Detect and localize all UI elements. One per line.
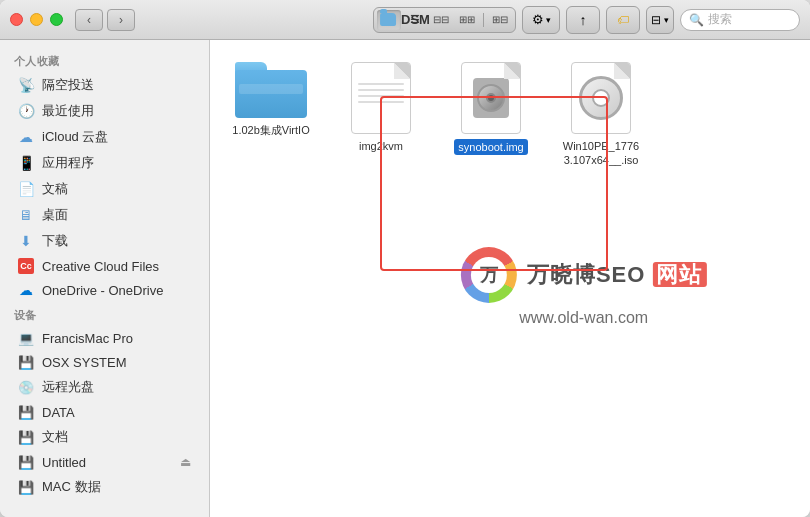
icloud-icon: ☁ (18, 129, 34, 145)
devices-label: 设备 (0, 302, 209, 326)
folder-icon (235, 62, 307, 118)
cc-icon: Cc (18, 258, 34, 274)
view-sep (483, 13, 484, 27)
main-content: 个人收藏 📡 隔空投送 🕐 最近使用 ☁ iCloud 云盘 📱 应用程序 📄 … (0, 40, 810, 517)
close-button[interactable] (10, 13, 23, 26)
recent-icon: 🕐 (18, 103, 34, 119)
mac-icon: 💻 (18, 330, 34, 346)
view-mode-icon: ⊟ (651, 13, 661, 27)
forward-button[interactable]: › (107, 9, 135, 31)
finder-window: ‹ › DSM ⊞ ☰ ⊟⊟ ⊞⊞ ⊞⊟ ⚙ ▾ ↑ (0, 0, 810, 517)
maximize-button[interactable] (50, 13, 63, 26)
file-item-synoboot[interactable]: synoboot.img (446, 56, 536, 161)
synoboot-disk-inner (486, 93, 496, 103)
sidebar-item-remote[interactable]: 💿 远程光盘 (4, 374, 205, 400)
folder-shine (239, 84, 303, 94)
favorites-label: 个人收藏 (0, 48, 209, 72)
search-placeholder: 搜索 (708, 11, 732, 28)
sidebar-item-label: 应用程序 (42, 154, 94, 172)
downloads-icon: ⬇ (18, 233, 34, 249)
gear-icon: ⚙ (532, 12, 544, 27)
window-title: DSM (380, 12, 430, 27)
sidebar-item-onedrive[interactable]: ☁ OneDrive - OneDrive (4, 278, 205, 302)
file-item-img2kvm[interactable]: img2kvm (336, 56, 426, 159)
sidebar-item-label: 远程光盘 (42, 378, 94, 396)
sidebar-item-label: FrancisMac Pro (42, 331, 133, 346)
osx-icon: 💾 (18, 354, 34, 370)
sidebar-item-label: OSX SYSTEM (42, 355, 127, 370)
wm-title: 万晓博SEO (527, 262, 645, 287)
chevron-down-icon: ▾ (546, 15, 551, 25)
sidebar-item-francismac[interactable]: 💻 FrancisMac Pro (4, 326, 205, 350)
sidebar-item-recent[interactable]: 🕐 最近使用 (4, 98, 205, 124)
tag-button[interactable]: 🏷 (606, 6, 640, 34)
doc-body (351, 62, 411, 134)
view-column-btn[interactable]: ⊟⊟ (429, 10, 453, 30)
apps-icon: 📱 (18, 155, 34, 171)
chevron-view-icon: ▾ (664, 15, 669, 25)
share-icon: ↑ (580, 12, 587, 28)
sidebar-item-label: 隔空投送 (42, 76, 94, 94)
file-item-folder1[interactable]: 1.02b集成VirtIO (226, 56, 316, 143)
wm-main-text: 万晓博SEO 网站 (527, 260, 707, 290)
sidebar-item-macdata[interactable]: 💾 MAC 数据 (4, 474, 205, 500)
doc-line (358, 83, 404, 85)
synoboot-inner (473, 78, 509, 118)
toolbar: ⊞ ☰ ⊟⊟ ⊞⊞ ⊞⊟ ⚙ ▾ ↑ 🏷 ⊟ ▾ 🔍 (373, 6, 800, 34)
doc-icon (351, 62, 411, 134)
sidebar-item-airdrop[interactable]: 📡 隔空投送 (4, 72, 205, 98)
synoboot-body (461, 62, 521, 134)
sidebar-item-cc[interactable]: Cc Creative Cloud Files (4, 254, 205, 278)
sidebar-item-label: 文稿 (42, 180, 68, 198)
sidebar-item-untitled[interactable]: 💾 Untitled ⏏ (4, 450, 205, 474)
sidebar-item-label: 最近使用 (42, 102, 94, 120)
watermark: 万 万晓博SEO 网站 www.old-wan.com (461, 247, 707, 327)
file-label: img2kvm (359, 139, 403, 153)
sidebar-item-label: Untitled (42, 455, 86, 470)
macdata-icon: 💾 (18, 479, 34, 495)
back-button[interactable]: ‹ (75, 9, 103, 31)
sidebar-item-downloads[interactable]: ⬇ 下载 (4, 228, 205, 254)
doc-lines (358, 83, 404, 107)
sidebar-item-label: iCloud 云盘 (42, 128, 108, 146)
view-extra-btn[interactable]: ⊞⊟ (488, 10, 512, 30)
minimize-button[interactable] (30, 13, 43, 26)
view-right-control[interactable]: ⊟ ▾ (646, 6, 674, 34)
action-button[interactable]: ⚙ ▾ (522, 6, 560, 34)
untitled-icon: 💾 (18, 454, 34, 470)
desktop-icon: 🖥 (18, 207, 34, 223)
iso-icon (571, 62, 631, 134)
sidebar-item-docs[interactable]: 📄 文稿 (4, 176, 205, 202)
file-icon: 💾 (18, 429, 34, 445)
title-folder-icon (380, 13, 396, 26)
file-label-selected: synoboot.img (454, 139, 527, 155)
file-item-win10pe[interactable]: Win10PE_17763.107x64__.iso (556, 56, 646, 174)
wm-circle-inner: 万 (471, 257, 507, 293)
sidebar-item-label: 文档 (42, 428, 68, 446)
sidebar-item-label: 桌面 (42, 206, 68, 224)
sidebar-item-file[interactable]: 💾 文档 (4, 424, 205, 450)
search-box[interactable]: 🔍 搜索 (680, 9, 800, 31)
tag-icon: 🏷 (617, 13, 629, 27)
folder-body (235, 70, 307, 118)
file-label: 1.02b集成VirtIO (232, 123, 309, 137)
sidebar-item-osx[interactable]: 💾 OSX SYSTEM (4, 350, 205, 374)
sidebar-item-icloud[interactable]: ☁ iCloud 云盘 (4, 124, 205, 150)
share-button[interactable]: ↑ (566, 6, 600, 34)
sidebar-item-desktop[interactable]: 🖥 桌面 (4, 202, 205, 228)
view-cover-btn[interactable]: ⊞⊞ (455, 10, 479, 30)
traffic-lights (10, 13, 63, 26)
doc-line (358, 89, 404, 91)
synoboot-icon (461, 62, 521, 134)
eject-button[interactable]: ⏏ (180, 455, 191, 469)
wm-url: www.old-wan.com (519, 309, 648, 327)
sidebar-item-label: DATA (42, 405, 75, 420)
sidebar-item-label: Creative Cloud Files (42, 259, 159, 274)
remote-icon: 💿 (18, 379, 34, 395)
sidebar-item-data[interactable]: 💾 DATA (4, 400, 205, 424)
synoboot-disk (477, 84, 505, 112)
sidebar-item-apps[interactable]: 📱 应用程序 (4, 150, 205, 176)
iso-body (571, 62, 631, 134)
doc-line (358, 101, 404, 103)
iso-img (579, 76, 623, 120)
